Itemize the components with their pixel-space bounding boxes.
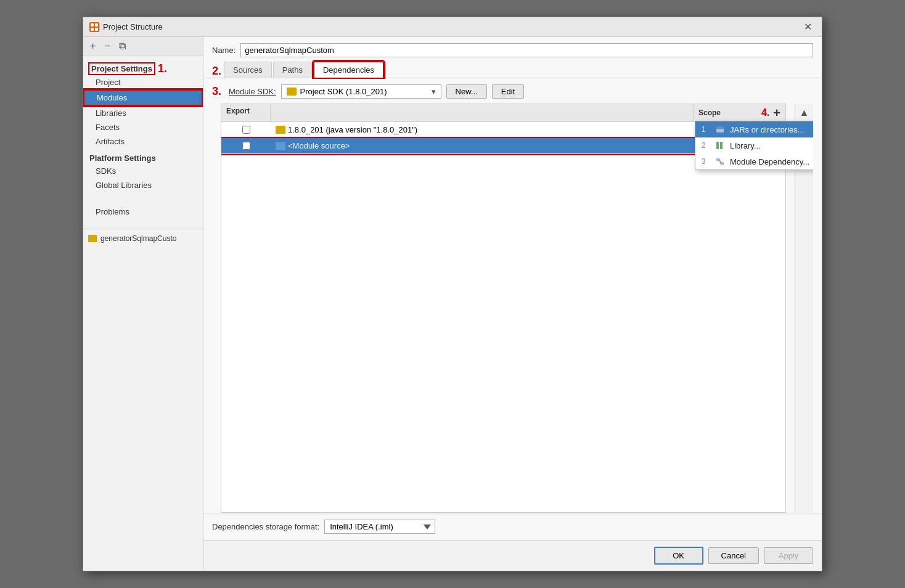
sidebar: Project Settings 1. Project Modules Libr… [83, 55, 203, 245]
cancel-button[interactable]: Cancel [708, 547, 759, 564]
section-number-4: 4. [761, 107, 769, 118]
row1-check[interactable] [242, 126, 250, 134]
content-area: Name: 2. Sources Paths Dependencies 3. [203, 37, 822, 571]
menu-item-jars-label: JARs or directories... [730, 125, 805, 134]
svg-rect-5 [716, 127, 724, 129]
sdk-value: Project SDK (1.8.0_201) [300, 87, 387, 96]
sidebar-item-modules[interactable]: Modules [83, 89, 203, 106]
menu-item-library[interactable]: 2 Library... [695, 137, 813, 153]
svg-rect-2 [91, 28, 94, 31]
name-row: Name: [203, 37, 822, 61]
sdk-chevron-icon: ▾ [432, 87, 436, 96]
sidebar-item-global-libraries[interactable]: Global Libraries [83, 178, 203, 192]
sdk-label: Module SDK: [229, 87, 276, 96]
app-icon [89, 22, 99, 32]
svg-rect-1 [95, 23, 98, 27]
menu-item-1-num: 1 [702, 125, 710, 134]
storage-format-select[interactable]: IntelliJ IDEA (.iml) [324, 520, 435, 534]
sidebar-item-problems[interactable]: Problems [83, 205, 203, 219]
storage-row: Dependencies storage format: IntelliJ ID… [203, 513, 822, 540]
module-list-item[interactable]: generatorSqlmapCusto [83, 232, 203, 245]
row1-name: 1.8.0_201 (java version "1.8.0_201") [288, 125, 417, 134]
add-dependency-dropdown: 1 JARs or directories... 2 Library... 3 [695, 121, 813, 170]
storage-format-label: Dependencies storage format: [212, 522, 319, 531]
jdk-folder-icon [276, 126, 285, 134]
name-input[interactable] [240, 43, 813, 57]
menu-item-jars[interactable]: 1 JARs or directories... [695, 121, 813, 137]
tabs-row: 2. Sources Paths Dependencies [203, 61, 822, 78]
sdk-select[interactable]: Project SDK (1.8.0_201) ▾ [281, 84, 441, 99]
dep-table-wrapper: Export Scope 4. + [212, 104, 813, 513]
platform-settings-section: Platform Settings [83, 149, 203, 164]
row-checkbox[interactable] [221, 124, 271, 136]
project-settings-section: Project Settings 1. [83, 60, 203, 75]
tab-sources[interactable]: Sources [224, 62, 272, 78]
col-export-header: Export [221, 104, 271, 121]
menu-item-library-label: Library... [730, 141, 761, 150]
row2-name-cell: <Module source> [271, 139, 693, 152]
svg-rect-3 [95, 28, 98, 31]
sdk-row: 3. Module SDK: Project SDK (1.8.0_201) ▾… [203, 78, 822, 104]
col-scope-header: Scope 4. + [693, 104, 785, 121]
module-item-name: generatorSqlmapCusto [100, 234, 176, 243]
svg-rect-10 [716, 158, 719, 161]
module-folder-icon [88, 235, 97, 242]
main-layout: + − ⧉ Project Settings 1. Project Module… [83, 37, 822, 571]
menu-item-module-dep-label: Module Dependency... [730, 157, 809, 166]
row2-check[interactable] [242, 142, 250, 150]
name-label: Name: [212, 46, 235, 55]
left-toolbar: + − ⧉ [83, 37, 203, 55]
tab-dependencies[interactable]: Dependencies [313, 61, 384, 78]
row2-name: <Module source> [288, 141, 350, 150]
bottom-row: OK Cancel Apply [203, 540, 822, 571]
sidebar-item-facets[interactable]: Facets [83, 120, 203, 134]
project-structure-dialog: Project Structure ✕ + − ⧉ Project Settin… [83, 17, 822, 571]
svg-rect-11 [721, 162, 724, 165]
remove-module-button[interactable]: − [101, 39, 113, 54]
left-side-panel: + − ⧉ Project Settings 1. Project Module… [83, 37, 203, 571]
title-bar-text: Project Structure [103, 22, 800, 31]
sidebar-item-artifacts[interactable]: Artifacts [83, 134, 203, 149]
section-number-1: 1. [158, 63, 167, 74]
sidebar-item-libraries[interactable]: Libraries [83, 106, 203, 120]
title-bar: Project Structure ✕ [83, 17, 822, 37]
library-icon [715, 141, 725, 150]
menu-item-2-num: 2 [702, 141, 710, 150]
copy-module-button[interactable]: ⧉ [116, 39, 129, 54]
sdk-edit-button[interactable]: Edit [492, 84, 524, 99]
add-module-button[interactable]: + [87, 39, 99, 54]
sdk-folder-icon [287, 88, 297, 96]
row2-checkbox[interactable] [221, 140, 271, 152]
menu-item-3-num: 3 [702, 157, 710, 166]
row1-name-cell: 1.8.0_201 (java version "1.8.0_201") [271, 123, 693, 136]
section-number-3: 3. [212, 85, 221, 98]
add-dependency-button[interactable]: + [773, 107, 780, 119]
close-button[interactable]: ✕ [800, 20, 816, 34]
sdk-new-button[interactable]: New... [446, 84, 487, 99]
module-dep-icon [715, 157, 725, 166]
svg-rect-8 [716, 142, 719, 149]
jar-icon [715, 125, 725, 134]
apply-button[interactable]: Apply [764, 547, 813, 564]
move-up-button[interactable]: ▲ [798, 106, 811, 120]
sidebar-item-project[interactable]: Project [83, 75, 203, 89]
svg-rect-9 [720, 142, 723, 149]
tab-paths[interactable]: Paths [273, 62, 312, 78]
section-number-2: 2. [212, 65, 221, 78]
project-settings-label: Project Settings [89, 63, 154, 74]
dep-table-header: Export Scope 4. + [221, 104, 785, 122]
module-source-folder-icon [276, 142, 285, 150]
svg-line-12 [719, 160, 721, 164]
col-name-header [271, 104, 693, 121]
ok-button[interactable]: OK [654, 547, 703, 565]
menu-item-module-dep[interactable]: 3 Module Dependency... [695, 153, 813, 169]
sidebar-item-sdks[interactable]: SDKs [83, 164, 203, 178]
svg-rect-0 [91, 23, 94, 27]
